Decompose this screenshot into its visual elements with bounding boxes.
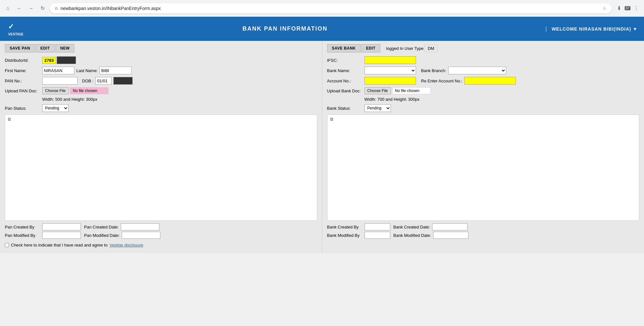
address-bar: ⊙ ☆ <box>50 3 612 14</box>
ifsc-row: IFSC: <box>327 56 639 64</box>
menu-button[interactable]: ⋮ <box>632 4 641 13</box>
pan-dimension-row: Width: 500 and Height: 300px <box>5 97 317 102</box>
first-name-label: First Name: <box>5 68 40 73</box>
choose-pan-file-button[interactable]: Choose File <box>42 87 69 94</box>
bank-modified-date-label: Bank Modified Date: <box>393 233 431 238</box>
bank-created-date-input[interactable] <box>432 223 468 230</box>
pan-modified-by-label: Pan Modified By <box>5 233 40 238</box>
choose-bank-file-button[interactable]: Choose File <box>365 87 391 94</box>
pan-image-preview: 🖼 <box>5 115 317 221</box>
bank-status-label: Bank Status: <box>327 106 363 111</box>
pan-broken-image-icon: 🖼 <box>8 117 14 123</box>
svg-text:VESTIGE: VESTIGE <box>8 32 24 36</box>
distributor-id-value: 2783 <box>42 57 56 64</box>
bank-footer-rows: Bank Created By Bank Created Date: Bank … <box>327 223 639 239</box>
bank-modified-by-row: Bank Modified By Bank Modified Date: <box>327 232 639 239</box>
bank-file-input-area: Choose File No file chosen <box>365 87 431 94</box>
bank-modified-by-input[interactable] <box>365 232 390 239</box>
pan-section: SAVE PAN EDIT NEW DistributorId: 2783 Fi… <box>0 41 322 253</box>
pan-status-row: Pan Status: Pending Approved Rejected <box>5 104 317 112</box>
ifsc-label: IFSC: <box>327 58 363 63</box>
url-input[interactable] <box>61 6 600 11</box>
account-no-input[interactable] <box>365 77 416 85</box>
disclosure-link[interactable]: Vestige disclosure <box>109 243 143 247</box>
browser-actions: ⬇ 67 ⋮ <box>614 4 641 13</box>
edit-pan-button[interactable]: EDIT <box>36 44 55 52</box>
checkbox-label: Check here to indicate that I have read … <box>11 243 108 247</box>
bank-branch-select[interactable] <box>448 67 506 74</box>
pan-dob-row: PAN No.: DOB : <box>5 77 317 85</box>
bank-created-date-label: Bank Created Date: <box>393 225 430 229</box>
pan-modified-date-input[interactable] <box>122 232 160 239</box>
bank-broken-image-icon: 🖼 <box>330 117 336 123</box>
distributor-id-label: DistributorId: <box>5 58 40 63</box>
pan-file-input-area: Choose File No file chosen <box>42 87 109 94</box>
bank-name-select[interactable] <box>365 67 416 74</box>
bank-created-by-label: Bank Created By <box>327 225 363 229</box>
re-account-no-input[interactable] <box>464 77 516 85</box>
pan-created-date-label: Pan Created Date: <box>84 225 119 229</box>
disclosure-checkbox[interactable] <box>5 243 9 247</box>
reload-button[interactable]: ↻ <box>38 4 47 13</box>
dob-input1[interactable] <box>95 77 111 85</box>
header-title: BANK PAN INFORMATION <box>24 25 546 32</box>
star-icon[interactable]: ☆ <box>602 6 607 11</box>
pan-created-by-row: Pan Created By Pan Created Date: <box>5 223 317 230</box>
pan-modified-date-label: Pan Modified Date: <box>84 233 120 238</box>
bank-status-row: Bank Status: Pending Approved Rejected <box>327 104 639 112</box>
pan-status-label: Pan Status: <box>5 106 40 111</box>
pan-no-input[interactable] <box>42 77 78 85</box>
bank-modified-date-input[interactable] <box>433 232 469 239</box>
save-pan-button[interactable]: SAVE PAN <box>5 44 35 52</box>
pan-no-file-label: No file chosen <box>70 87 109 94</box>
distributor-id-box: 2783 <box>42 56 76 64</box>
last-name-input[interactable] <box>99 67 132 74</box>
browser-chrome: ⌂ ← → ↻ ⊙ ☆ ⬇ 67 ⋮ <box>0 0 644 17</box>
edit-bank-button[interactable]: EDIT <box>361 44 380 52</box>
pan-status-select[interactable]: Pending Approved Rejected <box>42 104 69 112</box>
bank-dimension-row: Width: 700 and Height: 300px <box>327 97 639 102</box>
bank-section: SAVE BANK EDIT logged In User Type DM IF… <box>322 41 644 253</box>
back-button[interactable]: ← <box>15 4 24 13</box>
pan-created-by-input[interactable] <box>42 223 81 230</box>
main-content: SAVE PAN EDIT NEW DistributorId: 2783 Fi… <box>0 41 644 253</box>
bank-status-select[interactable]: Pending Approved Rejected <box>365 104 391 112</box>
dob-hidden <box>113 77 133 85</box>
bank-created-by-row: Bank Created By Bank Created Date: <box>327 223 639 230</box>
home-button[interactable]: ⌂ <box>3 4 12 13</box>
bank-dimension-text: Width: 700 and Height: 300px <box>365 97 420 102</box>
tab-count-badge: 67 <box>625 6 630 10</box>
first-name-input[interactable] <box>42 67 74 74</box>
download-button[interactable]: ⬇ <box>614 4 623 13</box>
upload-bank-row: Upload Bank Doc: Choose File No file cho… <box>327 87 639 94</box>
dob-label: DOB : <box>82 79 93 83</box>
account-no-label: Account No.: <box>327 79 363 83</box>
vestige-logo: ✓ VESTIGE <box>6 20 24 38</box>
ifsc-input[interactable] <box>365 56 416 64</box>
pan-no-label: PAN No.: <box>5 79 40 83</box>
pan-created-by-label: Pan Created By <box>5 225 40 229</box>
pan-created-date-input[interactable] <box>121 223 159 230</box>
distributor-id-row: DistributorId: 2783 <box>5 56 317 64</box>
forward-button[interactable]: → <box>26 4 35 13</box>
app-header: ✓ VESTIGE BANK PAN INFORMATION WELCOME N… <box>0 17 644 41</box>
pan-footer-rows: Pan Created By Pan Created Date: Pan Mod… <box>5 223 317 239</box>
bank-created-by-input[interactable] <box>365 223 390 230</box>
welcome-text: WELCOME NIRASAN BIBI(INDIA) ▼ <box>546 26 638 32</box>
bank-no-file-label: No file chosen <box>392 87 431 94</box>
pan-toolbar: SAVE PAN EDIT NEW <box>5 44 317 52</box>
name-row: First Name: Last Name: <box>5 67 317 74</box>
bank-name-label: Bank Name: <box>327 68 363 73</box>
svg-text:✓: ✓ <box>8 23 14 31</box>
last-name-label: Last Name: <box>76 68 98 73</box>
pan-dimension-text: Width: 500 and Height: 300px <box>42 97 97 102</box>
lock-icon: ⊙ <box>55 6 58 11</box>
re-account-no-label: Re Enter Account No.: <box>421 79 463 83</box>
pan-modified-by-input[interactable] <box>42 232 81 239</box>
save-bank-button[interactable]: SAVE BANK <box>327 44 361 52</box>
bank-name-branch-row: Bank Name: Bank Branch: <box>327 67 639 74</box>
account-row: Account No.: Re Enter Account No.: <box>327 77 639 85</box>
distributor-id-hidden <box>57 56 76 64</box>
new-pan-button[interactable]: NEW <box>55 44 75 52</box>
pan-modified-by-row: Pan Modified By Pan Modified Date: <box>5 232 317 239</box>
